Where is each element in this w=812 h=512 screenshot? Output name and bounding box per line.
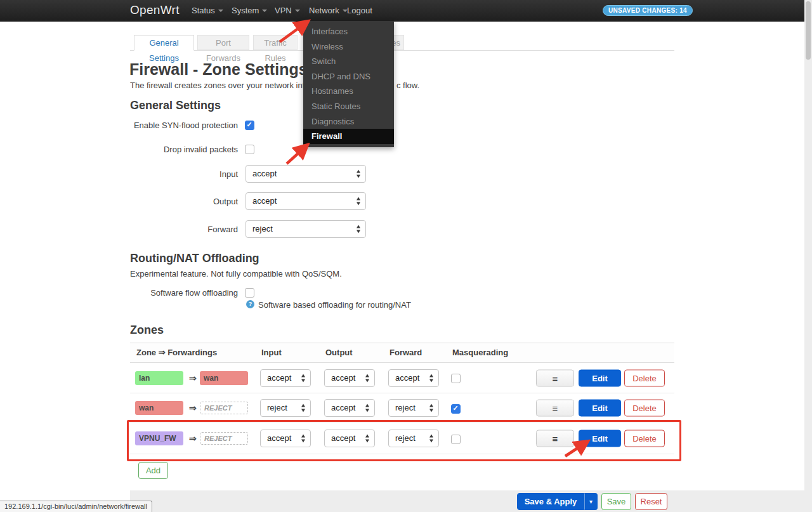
select-value: reject xyxy=(267,403,287,412)
stepper-icon xyxy=(365,404,370,412)
menu-vpn[interactable]: VPN xyxy=(275,6,300,15)
page-subtitle-left: The firewall creates zones over your net… xyxy=(130,81,319,90)
select-value: reject xyxy=(395,433,416,443)
dropdown-item-diagnostics[interactable]: Diagnostics xyxy=(303,114,394,129)
row-forward-select[interactable]: reject xyxy=(388,430,439,447)
tab-traffic-rules[interactable]: Traffic Rules xyxy=(253,35,298,50)
forward-label: Forward xyxy=(130,225,238,234)
save-apply-dropdown-button[interactable]: ▾ xyxy=(584,493,598,510)
dropdown-item-wireless[interactable]: Wireless xyxy=(303,39,394,55)
row-input-select[interactable]: accept xyxy=(260,430,311,447)
save-apply-button[interactable]: Save & Apply xyxy=(517,493,584,510)
row-menu-button[interactable]: ≡ xyxy=(536,430,574,447)
stepper-icon xyxy=(301,435,306,443)
menu-system[interactable]: System xyxy=(232,6,267,15)
general-settings-heading: General Settings xyxy=(130,99,221,112)
input-label: Input xyxy=(130,169,238,179)
row-input-select[interactable]: reject xyxy=(260,399,311,417)
add-zone-button[interactable]: Add xyxy=(138,462,168,479)
stepper-icon xyxy=(429,435,434,443)
tab-general-settings[interactable]: General Settings xyxy=(134,35,194,51)
dropdown-item-interfaces[interactable]: Interfaces xyxy=(303,24,394,39)
col-zone-forwardings: Zone ⇒ Forwardings xyxy=(136,348,217,357)
col-forward: Forward xyxy=(390,348,422,357)
syn-flood-checkbox[interactable] xyxy=(245,121,254,130)
delete-button[interactable]: Delete xyxy=(624,430,665,447)
chevron-down-icon xyxy=(218,10,223,12)
dropdown-item-dhcp-dns[interactable]: DHCP and DNS xyxy=(303,69,394,84)
select-value: accept xyxy=(252,196,277,206)
edit-button[interactable]: Edit xyxy=(579,430,621,447)
dropdown-item-switch[interactable]: Switch xyxy=(303,54,394,69)
menu-logout[interactable]: Logout xyxy=(347,6,372,15)
row-output-select[interactable]: accept xyxy=(324,430,375,447)
flow-offloading-checkbox[interactable] xyxy=(245,288,254,298)
delete-button[interactable]: Delete xyxy=(624,369,665,386)
chevron-down-icon xyxy=(295,10,300,12)
row-forward-select[interactable]: accept xyxy=(388,369,439,387)
network-dropdown-menu: Interfaces Wireless Switch DHCP and DNS … xyxy=(303,21,394,147)
stepper-icon xyxy=(365,374,370,382)
dropdown-item-static-routes[interactable]: Static Routes xyxy=(303,99,394,114)
zone-row-wan: wan ⇒ REJECT reject accept reject ≡ Edit… xyxy=(130,393,674,423)
stepper-icon xyxy=(301,374,306,382)
stepper-icon xyxy=(357,170,361,178)
save-button[interactable]: Save xyxy=(601,493,631,510)
col-output: Output xyxy=(325,348,353,357)
delete-button[interactable]: Delete xyxy=(624,400,665,417)
row-output-select[interactable]: accept xyxy=(324,369,375,387)
scrollbar[interactable] xyxy=(804,0,812,512)
zone-badge: lan xyxy=(135,371,183,385)
select-value: accept xyxy=(331,403,355,412)
masquerading-checkbox[interactable] xyxy=(451,374,461,383)
drop-invalid-checkbox[interactable] xyxy=(245,145,254,154)
masquerading-checkbox[interactable] xyxy=(451,435,461,444)
hamburger-icon: ≡ xyxy=(553,372,558,383)
flow-offloading-help-text: Software based offloading for routing/NA… xyxy=(258,300,411,310)
annotation-arrow-firewall xyxy=(287,145,307,164)
stepper-icon xyxy=(365,435,370,443)
menu-network[interactable]: Network xyxy=(309,6,348,15)
drop-invalid-label: Drop invalid packets xyxy=(130,145,238,154)
tab-port-forwards[interactable]: Port Forwards xyxy=(197,35,249,50)
dropdown-item-firewall[interactable]: Firewall xyxy=(303,129,394,144)
menu-status[interactable]: Status xyxy=(192,6,223,15)
col-masquerading: Masquerading xyxy=(452,348,508,357)
zone-row-vpnu-fw: VPNU_FW ⇒ REJECT accept accept reject ≡ … xyxy=(130,423,674,454)
masquerading-checkbox[interactable] xyxy=(451,404,461,414)
row-forward-select[interactable]: reject xyxy=(388,399,439,417)
zones-table-header: Zone ⇒ Forwardings Input Output Forward … xyxy=(130,343,674,363)
row-menu-button[interactable]: ≡ xyxy=(536,369,574,386)
forward-arrow: ⇒ xyxy=(189,433,197,443)
stepper-icon xyxy=(429,374,434,382)
zones-heading: Zones xyxy=(130,324,164,337)
forward-arrow: ⇒ xyxy=(189,373,197,383)
page-subtitle-right: c flow. xyxy=(396,81,419,90)
edit-button[interactable]: Edit xyxy=(579,369,621,386)
forward-policy-select[interactable]: reject xyxy=(246,220,366,238)
openwrt-firewall-page: OpenWrt Status System VPN Network Logout… xyxy=(0,0,812,512)
output-policy-select[interactable]: accept xyxy=(246,192,366,210)
dropdown-item-hostnames[interactable]: Hostnames xyxy=(303,84,394,99)
reset-button[interactable]: Reset xyxy=(635,493,667,510)
flow-offloading-label: Software flow offloading xyxy=(130,288,238,298)
target-badge: wan xyxy=(200,371,248,385)
row-input-select[interactable]: accept xyxy=(260,369,311,387)
caret-down-icon: ▾ xyxy=(589,498,593,505)
target-badge-reject: REJECT xyxy=(200,432,248,445)
col-input: Input xyxy=(261,348,282,357)
unsaved-changes-badge[interactable]: UNSAVED CHANGES: 14 xyxy=(603,5,693,16)
select-value: accept xyxy=(395,373,419,383)
input-policy-select[interactable]: accept xyxy=(246,165,366,183)
zone-badge: VPNU_FW xyxy=(135,431,183,445)
edit-button[interactable]: Edit xyxy=(579,400,621,417)
select-value: accept xyxy=(331,433,355,443)
routing-nat-description: Experimental feature. Not fully compatib… xyxy=(130,269,342,279)
scrollbar-thumb[interactable] xyxy=(806,1,811,60)
stepper-icon xyxy=(357,225,361,233)
syn-flood-label: Enable SYN-flood protection xyxy=(130,121,238,130)
row-output-select[interactable]: accept xyxy=(324,399,375,417)
zones-table: Zone ⇒ Forwardings Input Output Forward … xyxy=(130,343,674,454)
chevron-down-icon xyxy=(262,10,267,12)
row-menu-button[interactable]: ≡ xyxy=(536,400,574,417)
